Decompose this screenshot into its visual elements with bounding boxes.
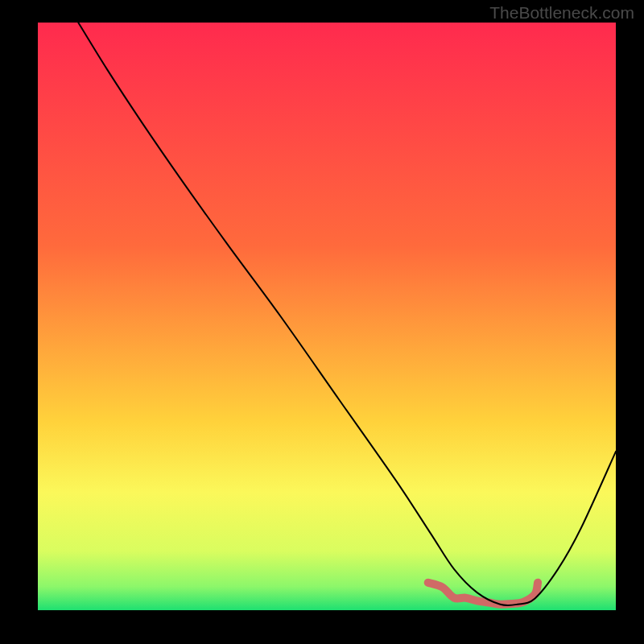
chart-svg: [38, 23, 616, 610]
chart-plot-area: [38, 23, 616, 610]
watermark-text: TheBottleneck.com: [489, 3, 634, 23]
gradient-background: [38, 23, 616, 610]
